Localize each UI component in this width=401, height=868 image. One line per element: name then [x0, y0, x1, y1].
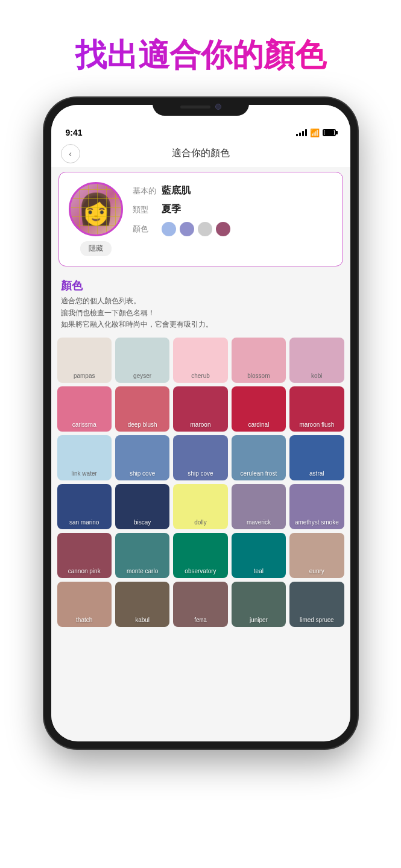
notch — [153, 98, 249, 116]
color-dot — [162, 222, 176, 236]
notch-camera — [215, 104, 221, 110]
color-swatch[interactable]: san marino — [57, 484, 112, 529]
status-time: 9:41 — [66, 128, 83, 137]
color-swatch[interactable]: ferra — [173, 582, 227, 627]
color-dots — [162, 222, 230, 236]
avatar: 👩 — [69, 182, 123, 236]
type-label: 類型 — [133, 204, 157, 215]
color-swatch[interactable]: kobi — [289, 338, 344, 383]
color-swatch[interactable]: deep blush — [115, 386, 169, 432]
nav-bar: ‹ 適合你的顏色 — [51, 142, 350, 167]
color-swatch[interactable]: monte carlo — [115, 533, 169, 578]
signal-bar-3 — [302, 131, 304, 136]
color-swatch[interactable]: juniper — [232, 582, 286, 627]
avatar-face: 👩 — [77, 194, 115, 224]
color-swatch[interactable]: eunry — [289, 533, 344, 578]
color-swatch[interactable]: maroon flush — [289, 386, 344, 432]
headline: 找出適合你的顏色 — [0, 0, 401, 86]
phone-wrapper: 9:41 📶 ‹ 適合你的顏色 — [0, 98, 401, 749]
color-dot — [216, 222, 230, 236]
section-title: 顏色 — [51, 271, 350, 295]
content-area[interactable]: 👩 隱藏 基本的 藍底肌 類型 夏季 — [51, 167, 350, 731]
basic-value: 藍底肌 — [162, 184, 191, 197]
color-swatch[interactable]: dolly — [173, 484, 227, 529]
phone-screen: 9:41 📶 ‹ 適合你的顏色 — [51, 105, 350, 741]
battery-fill — [324, 130, 334, 135]
profile-basic-row: 基本的 藍底肌 — [133, 184, 333, 197]
nav-title: 適合你的顏色 — [172, 147, 230, 160]
color-swatch[interactable]: cardinal — [232, 386, 286, 432]
signal-bar-4 — [305, 129, 307, 136]
type-value: 夏季 — [162, 203, 181, 216]
signal-bars-icon — [296, 129, 307, 136]
profile-card: 👩 隱藏 基本的 藍底肌 類型 夏季 — [58, 172, 343, 266]
color-swatch[interactable]: teal — [232, 533, 286, 578]
battery-icon — [323, 129, 336, 136]
color-swatch[interactable]: observatory — [173, 533, 227, 578]
color-swatch[interactable]: maroon — [173, 386, 227, 432]
color-swatch[interactable]: cherub — [173, 338, 227, 383]
color-swatch[interactable]: carissma — [57, 386, 112, 432]
color-dot — [198, 222, 212, 236]
notch-speaker — [180, 105, 210, 108]
color-swatch[interactable]: cannon pink — [57, 533, 112, 578]
signal-bar-1 — [296, 134, 298, 136]
color-swatch[interactable]: cerulean frost — [232, 435, 286, 480]
color-swatch[interactable]: thatch — [57, 582, 112, 627]
profile-type-row: 類型 夏季 — [133, 203, 333, 216]
hide-button[interactable]: 隱藏 — [80, 241, 112, 256]
color-swatch[interactable]: ship cove — [115, 435, 169, 480]
basic-label: 基本的 — [133, 186, 157, 197]
color-swatch[interactable]: maverick — [232, 484, 286, 529]
avatar-wrap: 👩 隱藏 — [69, 182, 123, 256]
color-swatch[interactable]: link water — [57, 435, 112, 480]
color-swatch[interactable]: astral — [289, 435, 344, 480]
color-label: 顏色 — [133, 224, 157, 234]
profile-color-row: 顏色 — [133, 222, 333, 236]
phone-frame: 9:41 📶 ‹ 適合你的顏色 — [44, 98, 358, 749]
profile-info: 基本的 藍底肌 類型 夏季 顏色 — [133, 182, 333, 242]
color-grid: pampasgeysercherubblossomkobicarissmadee… — [51, 338, 350, 627]
color-swatch[interactable]: biscay — [115, 484, 169, 529]
color-swatch[interactable]: geyser — [115, 338, 169, 383]
color-dot — [180, 222, 194, 236]
section-desc: 適合您的個人顏色列表。讓我們也檢查一下顏色名稱！如果將它融入化妝和時尚中，它會更… — [51, 295, 350, 338]
status-icons: 📶 — [296, 128, 336, 137]
color-swatch[interactable]: ship cove — [173, 435, 227, 480]
color-swatch[interactable]: limed spruce — [289, 582, 344, 627]
signal-bar-2 — [299, 133, 301, 136]
color-swatch[interactable]: kabul — [115, 582, 169, 627]
color-swatch[interactable]: blossom — [232, 338, 286, 383]
back-button[interactable]: ‹ — [61, 144, 80, 163]
color-swatch[interactable]: pampas — [57, 338, 112, 383]
wifi-icon: 📶 — [310, 128, 320, 137]
color-swatch[interactable]: amethyst smoke — [289, 484, 344, 529]
